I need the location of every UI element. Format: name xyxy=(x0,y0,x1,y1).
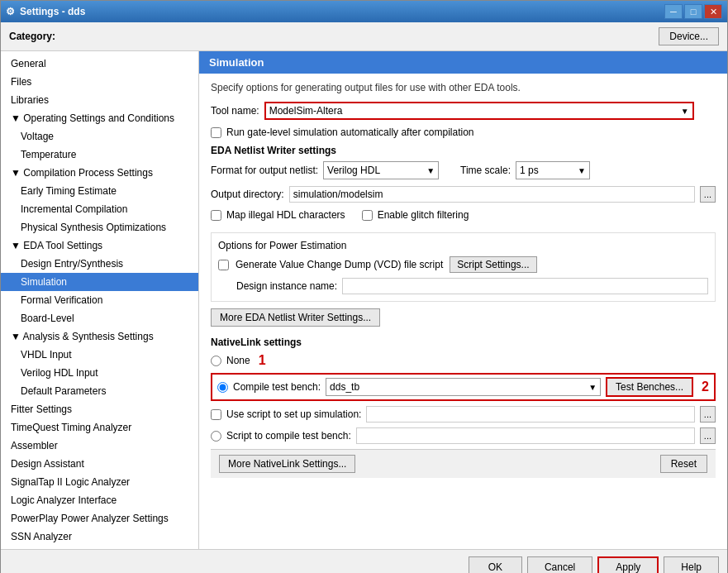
use-script-label: Use script to set up simulation: xyxy=(226,408,361,420)
window-title: Settings - dds xyxy=(20,6,85,17)
none-label: None xyxy=(226,355,250,366)
script-compile-radio[interactable] xyxy=(211,431,221,442)
use-script-checkbox[interactable] xyxy=(211,409,221,420)
dropdown-arrow-timescale: ▼ xyxy=(578,166,586,175)
enable-glitch-checkbox[interactable] xyxy=(362,210,373,221)
run-gate-level-label: Run gate-level simulation automatically … xyxy=(226,127,473,138)
compile-bench-dropdown[interactable]: dds_tb ▼ xyxy=(326,378,601,396)
expand-icon-eda: ▼ xyxy=(11,240,23,251)
sidebar-item-design-assistant[interactable]: Design Assistant xyxy=(1,455,198,473)
dropdown-arrow-format: ▼ xyxy=(426,166,435,175)
sidebar-item-board-level[interactable]: Board-Level xyxy=(1,309,198,327)
script-compile-browse-button[interactable]: ... xyxy=(700,427,716,444)
run-gate-level-checkbox[interactable] xyxy=(211,127,221,138)
none-radio[interactable] xyxy=(211,356,221,366)
settings-window: ⚙ Settings - dds ─ □ ✕ Category: Device.… xyxy=(0,0,728,573)
sidebar-item-early-timing[interactable]: Early Timing Estimate xyxy=(1,182,198,200)
sidebar-item-temperature[interactable]: Temperature xyxy=(1,146,198,164)
tool-name-value: ModelSim-Altera xyxy=(269,105,343,117)
sidebar-item-vhdl-input[interactable]: VHDL Input xyxy=(1,346,198,364)
sidebar-item-design-entry[interactable]: Design Entry/Synthesis xyxy=(1,255,198,273)
panel-description: Specify options for generating output fi… xyxy=(211,82,716,93)
sidebar-item-voltage[interactable]: Voltage xyxy=(1,127,198,146)
maximize-button[interactable]: □ xyxy=(684,4,702,19)
map-illegal-row: Map illegal HDL characters xyxy=(211,209,345,221)
apply-button[interactable]: Apply xyxy=(597,556,659,573)
nativelink-title: NativeLink settings xyxy=(211,337,716,348)
script-settings-button[interactable]: Script Settings... xyxy=(450,256,536,273)
eda-netlist-label: EDA Netlist Writer settings xyxy=(211,145,716,156)
tool-name-row: Tool name: ModelSim-Altera ▼ xyxy=(211,102,716,120)
time-scale-dropdown[interactable]: 1 ps ▼ xyxy=(516,161,590,179)
badge-2: 2 xyxy=(702,380,709,394)
sidebar-item-eda-tool-settings[interactable]: ▼ EDA Tool Settings xyxy=(1,236,198,255)
sidebar-item-assembler[interactable]: Assembler xyxy=(1,437,198,455)
output-dir-input[interactable] xyxy=(289,186,695,203)
script-compile-label: Script to compile test bench: xyxy=(226,430,351,442)
time-scale-label: Time scale: xyxy=(460,165,511,176)
minimize-button[interactable]: ─ xyxy=(664,4,683,19)
map-illegal-checkbox[interactable] xyxy=(211,210,221,221)
format-value: Verilog HDL xyxy=(327,165,380,176)
sidebar-item-ssn-analyzer[interactable]: SSN Analyzer xyxy=(1,528,198,546)
sidebar-item-signaltap[interactable]: SignalTap II Logic Analyzer xyxy=(1,473,198,491)
format-row: Format for output netlist: Verilog HDL ▼… xyxy=(211,161,716,179)
bottom-buttons: More NativeLink Settings... Reset xyxy=(211,449,716,478)
footer: OK Cancel Apply Help xyxy=(1,549,727,573)
use-script-input[interactable] xyxy=(366,406,694,423)
main-panel: Simulation Specify options for generatin… xyxy=(199,51,727,549)
dropdown-arrow-tool: ▼ xyxy=(681,107,689,116)
expand-icon-operating: ▼ xyxy=(11,112,23,124)
sidebar-item-analysis-synthesis[interactable]: ▼ Analysis & Synthesis Settings xyxy=(1,327,198,346)
compile-bench-radio[interactable] xyxy=(217,382,228,393)
category-label: Category: xyxy=(9,31,55,42)
format-dropdown[interactable]: Verilog HDL ▼ xyxy=(323,161,439,179)
generate-vcd-checkbox[interactable] xyxy=(218,260,229,270)
design-instance-row: Design instance name: xyxy=(218,278,708,294)
more-nativelink-button[interactable]: More NativeLink Settings... xyxy=(219,455,355,473)
titlebar-left: ⚙ Settings - dds xyxy=(6,6,85,17)
power-estimation-section: Options for Power Estimation Generate Va… xyxy=(211,232,716,302)
titlebar-icon: ⚙ xyxy=(6,6,15,17)
use-script-row: Use script to set up simulation: ... xyxy=(211,406,716,423)
sidebar-item-fitter-settings[interactable]: Fitter Settings xyxy=(1,400,198,418)
none-row: None 1 xyxy=(211,353,716,368)
sidebar-item-compilation-process[interactable]: ▼ Compilation Process Settings xyxy=(1,164,198,182)
titlebar: ⚙ Settings - dds ─ □ ✕ xyxy=(1,1,727,22)
sidebar-item-powerplay[interactable]: PowerPlay Power Analyzer Settings xyxy=(1,509,198,528)
sidebar-item-physical-synthesis[interactable]: Physical Synthesis Optimizations xyxy=(1,218,198,236)
test-benches-button[interactable]: Test Benches... xyxy=(606,377,693,397)
panel-header: Simulation xyxy=(199,51,727,74)
sidebar-item-libraries[interactable]: Libraries xyxy=(1,91,198,109)
sidebar-item-verilog-hdl-input[interactable]: Verilog HDL Input xyxy=(1,364,198,382)
power-estimation-label: Options for Power Estimation xyxy=(218,240,708,251)
ok-button[interactable]: OK xyxy=(469,556,522,573)
script-compile-input[interactable] xyxy=(356,427,695,444)
sidebar-item-timequest[interactable]: TimeQuest Timing Analyzer xyxy=(1,418,198,437)
output-dir-browse-button[interactable]: ... xyxy=(700,186,716,203)
more-eda-button[interactable]: More EDA Netlist Writer Settings... xyxy=(211,308,380,327)
format-label: Format for output netlist: xyxy=(211,165,318,176)
device-button[interactable]: Device... xyxy=(659,27,719,45)
sidebar-item-files[interactable]: Files xyxy=(1,73,198,91)
close-button[interactable]: ✕ xyxy=(704,4,722,19)
titlebar-controls: ─ □ ✕ xyxy=(664,4,722,19)
tool-name-dropdown[interactable]: ModelSim-Altera ▼ xyxy=(264,102,694,120)
reset-button[interactable]: Reset xyxy=(660,455,707,473)
expand-icon-compilation: ▼ xyxy=(11,167,23,179)
help-button[interactable]: Help xyxy=(664,556,719,573)
body-area: General Files Libraries ▼ Operating Sett… xyxy=(1,51,727,549)
design-instance-input[interactable] xyxy=(342,278,708,294)
checkboxes-two-col: Map illegal HDL characters Enable glitch… xyxy=(211,209,716,227)
sidebar-item-formal-verification[interactable]: Formal Verification xyxy=(1,291,198,309)
sidebar-item-incremental-compilation[interactable]: Incremental Compilation xyxy=(1,200,198,218)
sidebar-item-simulation[interactable]: Simulation xyxy=(1,273,198,291)
cancel-button[interactable]: Cancel xyxy=(527,556,592,573)
output-dir-row: Output directory: ... xyxy=(211,186,716,203)
sidebar-item-operating-settings[interactable]: ▼ Operating Settings and Conditions xyxy=(1,109,198,127)
sidebar-item-logic-analyzer[interactable]: Logic Analyzer Interface xyxy=(1,491,198,509)
sidebar-item-default-parameters[interactable]: Default Parameters xyxy=(1,382,198,400)
sidebar-item-general[interactable]: General xyxy=(1,55,198,73)
use-script-browse-button[interactable]: ... xyxy=(700,406,716,423)
panel-title: Simulation xyxy=(209,56,264,69)
